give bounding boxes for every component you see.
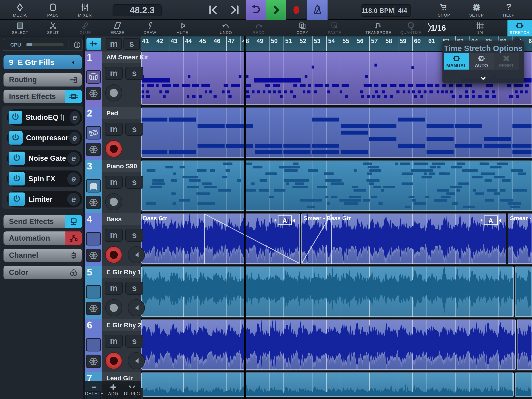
track-name-strip[interactable]: Bass <box>102 213 141 225</box>
setup-button[interactable]: SETUP <box>462 0 491 20</box>
redo-tool-button[interactable]: REDO <box>244 20 273 36</box>
auto-stretch-button[interactable]: AAUTO <box>469 53 494 70</box>
track-mute-button[interactable]: m <box>105 123 123 135</box>
track-record-arm-button[interactable] <box>105 140 122 157</box>
track-name-strip[interactable]: Piano S90 <box>102 160 141 172</box>
track-record-arm-button[interactable] <box>105 352 122 369</box>
time-signature-value[interactable]: 4/4 <box>394 7 411 14</box>
track-row-1[interactable]: 1AM Smear Kitms <box>85 51 141 107</box>
copy-tool-button[interactable]: COPY <box>288 20 317 36</box>
automation-icon[interactable] <box>65 232 82 245</box>
effect-power-button[interactable] <box>9 152 25 165</box>
pads-button[interactable]: PADS <box>38 0 68 20</box>
collapse-inspector-icon[interactable] <box>69 58 77 66</box>
arrange-area[interactable]: 4142434445464748495051525354555657585960… <box>141 36 532 399</box>
draw-tool-button[interactable]: DRAW <box>135 20 165 36</box>
delete-track-button[interactable]: DELETE <box>85 381 104 399</box>
color-icon[interactable] <box>65 266 82 279</box>
track-solo-button[interactable]: s <box>125 176 143 189</box>
effect-slot-compressor[interactable]: Compressor e <box>7 129 82 146</box>
send-effects-button[interactable]: Send Effects <box>4 215 82 228</box>
effect-edit-button[interactable]: e <box>69 131 81 145</box>
quantize-tool-button[interactable]: QQUANTIZE <box>396 20 425 36</box>
track-record-arm-button[interactable] <box>105 193 122 210</box>
clip-row-e-gtr-rhy-1[interactable] <box>141 266 532 317</box>
go-to-start-button[interactable] <box>203 0 224 20</box>
clip-row-piano-s90[interactable] <box>141 161 532 211</box>
track-solo-button[interactable]: s <box>125 282 143 295</box>
track-name-strip[interactable]: E Gtr Rhy 1 <box>102 266 141 278</box>
play-icon[interactable] <box>86 232 101 245</box>
freeze-fx-button[interactable] <box>86 87 101 100</box>
track-record-arm-button[interactable] <box>105 299 122 316</box>
track-mute-button[interactable]: m <box>105 176 123 189</box>
automation-button[interactable]: Automation <box>4 232 82 245</box>
split-tool-button[interactable]: SPLIT <box>38 20 68 36</box>
track-row-5[interactable]: 5E Gtr Rhy 1ms <box>85 266 141 319</box>
effect-slot-limiter[interactable]: Limiter e <box>7 191 82 207</box>
selected-track-button[interactable]: 9 E Gtr Fills <box>4 55 82 69</box>
routing-button[interactable]: Routing <box>4 73 82 86</box>
freeze-fx-button[interactable] <box>86 143 101 156</box>
track-row-2[interactable]: 2Padms <box>85 107 141 160</box>
track-solo-button[interactable]: s <box>125 123 143 135</box>
effect-slot-spin-fx[interactable]: Spin FX e <box>7 170 82 187</box>
tempo-signature-display[interactable]: 118.0 BPM 4/4 <box>361 4 411 17</box>
track-mute-button[interactable]: m <box>105 229 123 242</box>
record-button[interactable] <box>286 0 306 20</box>
track-monitor-button[interactable] <box>128 246 145 264</box>
reset-stretch-button[interactable]: RESET <box>494 53 519 70</box>
global-solo-button[interactable]: s <box>123 38 140 50</box>
play-icon[interactable] <box>86 285 101 298</box>
track-solo-button[interactable]: s <box>125 335 143 348</box>
popup-collapse-button[interactable] <box>443 75 524 81</box>
stretch-tool-button[interactable]: STRETCH <box>507 20 532 36</box>
bpm-value[interactable]: 118.0 BPM <box>361 7 394 14</box>
undo-tool-button[interactable]: UNDO <box>211 20 241 36</box>
go-to-end-button[interactable] <box>224 0 245 20</box>
effect-power-button[interactable] <box>9 193 25 206</box>
time-display[interactable]: 48.2.3 <box>113 4 162 16</box>
glue-tool-button[interactable]: GLUE <box>71 20 100 36</box>
track-solo-button[interactable]: s <box>125 229 143 242</box>
track-name-strip[interactable]: Pad <box>102 107 141 119</box>
clip-row-e-gtr-rhy-2[interactable] <box>141 320 532 370</box>
transpose-tool-button[interactable]: TRANSPOSE <box>364 20 393 36</box>
quantize-value[interactable]: 1/16 <box>431 24 446 32</box>
play-button[interactable] <box>266 0 286 20</box>
manual-stretch-button[interactable]: MANUAL <box>444 53 469 70</box>
keys-icon[interactable] <box>86 126 101 140</box>
track-monitor-button[interactable] <box>128 352 145 369</box>
duplicate-track-button[interactable]: DUPLC <box>122 381 141 399</box>
track-solo-button[interactable]: s <box>125 67 143 80</box>
mixer-button[interactable]: MIXER <box>70 0 100 20</box>
effect-slot-studioeq[interactable]: StudioEQ e <box>7 109 82 126</box>
effect-power-button[interactable] <box>9 111 22 124</box>
track-row-6[interactable]: 6E Gtr Rhy 2ms <box>85 319 141 372</box>
shop-button[interactable]: SHOP <box>429 0 459 20</box>
routing-icon[interactable] <box>65 73 82 86</box>
color-button[interactable]: Color <box>4 266 82 279</box>
effect-slot-noise-gate[interactable]: Noise Gate e <box>7 150 82 167</box>
clip-row-bass[interactable]: Bass GtrSmear - Bass GtrSmear - BaAA <box>141 213 532 264</box>
add-track-button[interactable]: ADD <box>104 381 123 399</box>
mute-tool-button[interactable]: MUTE <box>168 20 197 36</box>
effect-edit-button[interactable]: e <box>67 192 81 206</box>
track-name-strip[interactable]: AM Smear Kit <box>102 51 141 63</box>
freeze-fx-button[interactable] <box>86 196 101 209</box>
track-name-strip[interactable]: E Gtr Rhy 2 <box>102 319 141 331</box>
track-mute-button[interactable]: m <box>105 335 123 348</box>
drag-sort-icon[interactable] <box>58 112 66 122</box>
track-mute-button[interactable]: m <box>105 67 123 80</box>
loop-button[interactable] <box>246 0 266 20</box>
track-record-arm-button[interactable] <box>105 246 122 264</box>
send-icon[interactable] <box>65 215 82 228</box>
play-icon[interactable] <box>86 338 101 351</box>
channel-button[interactable]: Channel <box>4 249 82 262</box>
freeze-fx-button[interactable] <box>86 354 101 368</box>
track-mute-button[interactable]: m <box>105 282 123 295</box>
global-mute-button[interactable]: m <box>106 38 122 50</box>
insert-icon[interactable] <box>65 90 82 103</box>
track-row-4[interactable]: 4Bassms <box>85 213 141 266</box>
grid-resolution-button[interactable]: 1/4 <box>466 20 495 36</box>
